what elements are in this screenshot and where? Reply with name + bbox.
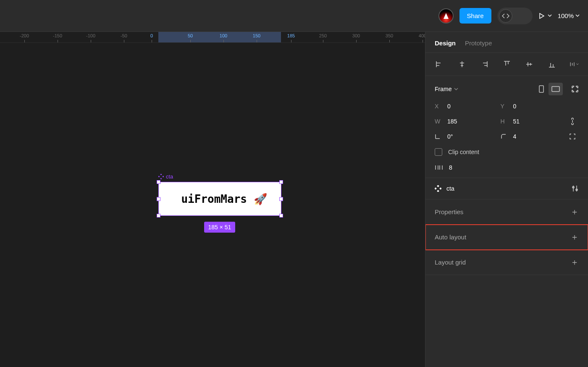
svg-rect-2 bbox=[158, 176, 160, 178]
dimension-badge: 185 × 51 bbox=[204, 222, 236, 233]
svg-rect-6 bbox=[437, 185, 439, 187]
panel-tabs: Design Prototype bbox=[425, 32, 588, 53]
svg-rect-7 bbox=[437, 190, 439, 192]
align-top-icon[interactable] bbox=[502, 60, 512, 69]
code-icon bbox=[499, 9, 512, 23]
canvas[interactable]: -200-150-100-50050100150185250300350400 … bbox=[0, 32, 425, 367]
resize-handle[interactable] bbox=[279, 197, 283, 201]
user-avatar[interactable] bbox=[438, 8, 454, 24]
corner-radius-icon bbox=[501, 134, 508, 139]
component-icon bbox=[435, 185, 441, 192]
align-right-icon[interactable] bbox=[480, 60, 489, 69]
horizontal-ruler: -200-150-100-50050100150185250300350400 bbox=[0, 32, 425, 43]
component-name[interactable]: cta bbox=[446, 185, 454, 192]
add-property-button[interactable]: ＋ bbox=[570, 206, 579, 218]
add-auto-layout-button[interactable]: ＋ bbox=[570, 231, 579, 243]
clip-content-label: Clip content bbox=[448, 149, 479, 155]
alignment-controls bbox=[425, 53, 588, 76]
resize-handle[interactable] bbox=[279, 180, 283, 184]
chevron-down-icon bbox=[576, 63, 579, 66]
tab-design[interactable]: Design bbox=[435, 39, 456, 47]
align-bottom-icon[interactable] bbox=[547, 60, 556, 69]
dev-mode-toggle[interactable] bbox=[497, 8, 533, 24]
resize-to-fit-icon[interactable] bbox=[571, 85, 579, 93]
design-panel: Design Prototype Frame bbox=[425, 32, 588, 367]
corner-radius-input[interactable]: 4 bbox=[501, 133, 567, 140]
constrain-proportions-icon[interactable] bbox=[566, 117, 579, 126]
resize-handle[interactable] bbox=[157, 180, 160, 184]
component-icon bbox=[158, 174, 164, 179]
chevron-down-icon bbox=[548, 14, 552, 17]
auto-layout-label: Auto layout bbox=[435, 233, 466, 241]
orientation-landscape-button[interactable] bbox=[549, 83, 563, 95]
top-toolbar: Share 100% bbox=[0, 0, 588, 32]
svg-rect-1 bbox=[160, 178, 162, 179]
angle-icon bbox=[435, 134, 442, 139]
frame-label[interactable]: cta bbox=[158, 173, 173, 180]
resize-handle[interactable] bbox=[279, 214, 283, 218]
svg-rect-8 bbox=[435, 187, 437, 190]
resize-handle[interactable] bbox=[157, 214, 160, 218]
x-input[interactable]: X0 bbox=[435, 103, 501, 110]
chevron-down-icon bbox=[454, 88, 458, 91]
zoom-value: 100% bbox=[558, 12, 574, 19]
layout-grid-section: Layout grid ＋ bbox=[425, 250, 588, 275]
align-v-center-icon[interactable] bbox=[525, 60, 534, 69]
resize-handle[interactable] bbox=[157, 197, 160, 201]
zoom-control[interactable]: 100% bbox=[558, 12, 580, 19]
frame-content-text: uiFromMars 🚀 bbox=[159, 182, 281, 215]
spacing-icon bbox=[435, 165, 443, 170]
width-input[interactable]: W185 bbox=[435, 118, 501, 125]
align-left-icon[interactable] bbox=[435, 60, 444, 69]
distribute-icon[interactable] bbox=[570, 60, 579, 69]
horizontal-spacing-input[interactable]: 8 bbox=[435, 164, 579, 171]
svg-rect-0 bbox=[160, 174, 162, 175]
frame-section: Frame X0 Y0 W185 bbox=[425, 76, 588, 178]
properties-section: Properties ＋ bbox=[425, 199, 588, 225]
add-layout-grid-button[interactable]: ＋ bbox=[570, 257, 579, 268]
height-input[interactable]: H51 bbox=[501, 118, 567, 125]
frame-type-dropdown[interactable]: Frame bbox=[435, 86, 458, 92]
adjust-icon[interactable] bbox=[571, 185, 579, 192]
svg-rect-3 bbox=[163, 176, 164, 178]
rotation-input[interactable]: 0° bbox=[435, 133, 501, 140]
frame-label-text: cta bbox=[166, 173, 173, 180]
tab-prototype[interactable]: Prototype bbox=[465, 39, 492, 47]
layout-grid-label: Layout grid bbox=[435, 259, 466, 266]
clip-content-checkbox[interactable] bbox=[435, 148, 442, 156]
present-button[interactable] bbox=[538, 13, 552, 19]
auto-layout-section: Auto layout ＋ bbox=[425, 225, 588, 250]
y-input[interactable]: Y0 bbox=[501, 103, 567, 110]
orientation-portrait-button[interactable] bbox=[534, 83, 549, 95]
component-section: cta bbox=[425, 178, 588, 199]
properties-label: Properties bbox=[435, 208, 463, 215]
chevron-down-icon bbox=[575, 14, 580, 17]
selected-frame[interactable]: uiFromMars 🚀 bbox=[158, 182, 281, 216]
share-button[interactable]: Share bbox=[459, 8, 491, 24]
independent-corners-icon[interactable] bbox=[566, 133, 579, 140]
align-h-center-icon[interactable] bbox=[457, 60, 467, 69]
svg-rect-4 bbox=[539, 86, 543, 92]
svg-rect-9 bbox=[439, 187, 441, 190]
svg-rect-5 bbox=[552, 87, 559, 92]
